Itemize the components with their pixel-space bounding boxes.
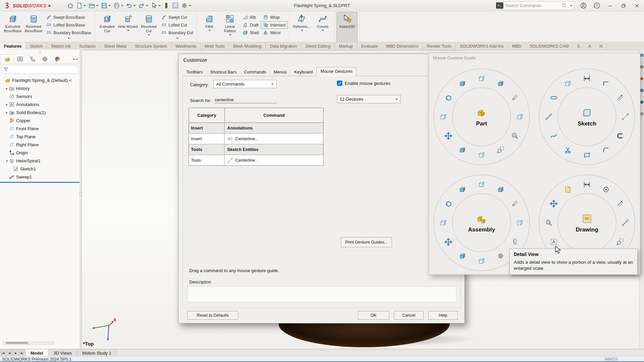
ribbon-tab-data-migration[interactable]: Data Migration xyxy=(266,42,301,50)
tree-item-sketch1[interactable]: Sketch1 xyxy=(0,165,80,173)
gesture-view-right-icon[interactable] xyxy=(516,113,524,121)
gesture-line-icon[interactable] xyxy=(545,113,553,121)
category-dropdown[interactable]: All Commands xyxy=(213,80,277,88)
lofted-boss-base-button[interactable]: Lofted Boss/Base xyxy=(44,21,93,29)
dialog-tab-keyboard[interactable]: Keyboard xyxy=(290,68,316,76)
account-icon[interactable] xyxy=(579,1,588,10)
ribbon-tab-direct-editing[interactable]: Direct Editing xyxy=(302,42,335,50)
gesture-view-nw-isometric-icon[interactable] xyxy=(458,80,466,88)
gesture-centerline-icon[interactable] xyxy=(621,219,629,227)
units-indicator[interactable]: MMGS xyxy=(605,357,618,362)
gesture-mate-icon[interactable] xyxy=(511,238,519,246)
gesture-pan-icon[interactable] xyxy=(550,200,558,208)
tree-item-helix-spiral1[interactable]: ▾Helix/Spiral1 xyxy=(0,157,80,165)
dialog-tab-commands[interactable]: Commands xyxy=(240,68,270,76)
tree-filter-field[interactable] xyxy=(2,65,78,74)
expand-arrow-icon[interactable]: ▸ xyxy=(5,111,9,114)
draft-button[interactable]: Draft xyxy=(240,21,261,29)
tree-item-sensors[interactable]: Sensors xyxy=(0,92,80,100)
tab-scroll-next-button[interactable]: ▶ xyxy=(13,349,19,357)
gesture-corner-rectangle-icon[interactable] xyxy=(602,80,610,88)
print-gesture-guides-button[interactable]: Print Gesture Guides... xyxy=(341,237,392,247)
tree-item-history[interactable]: ▸History xyxy=(0,84,80,92)
gesture-view-se-isometric-icon[interactable] xyxy=(458,146,466,154)
dialog-tab-toolbars[interactable]: Toolbars xyxy=(183,68,206,76)
gesture-rectangle-icon[interactable] xyxy=(583,151,591,159)
shell-button[interactable]: Shell xyxy=(240,29,261,37)
command-row-annotations[interactable]: InsertAnnotations xyxy=(189,123,323,134)
gesture-rotate-view-icon[interactable] xyxy=(444,200,452,208)
fm-tab-scroll-buttons[interactable]: ◂▸ xyxy=(72,54,80,63)
help-button[interactable]: Help xyxy=(428,311,458,320)
gesture-view-bottom-icon[interactable] xyxy=(478,257,486,265)
command-row-centerline[interactable]: InsertCenterline.. xyxy=(189,134,323,144)
gesture-view-nw-isometric-icon[interactable] xyxy=(458,186,466,194)
bottom-tab-model[interactable]: Model xyxy=(26,349,49,357)
gesture-zoom-to-area-icon[interactable] xyxy=(497,146,505,154)
ribbon-tab-mold-tools[interactable]: Mold Tools xyxy=(201,42,229,50)
panel-collapse-handle[interactable] xyxy=(0,50,80,54)
gesture-offset-entities-icon[interactable] xyxy=(616,94,624,102)
swept-cut-button[interactable]: Swept Cut xyxy=(159,13,195,21)
ribbon-tab-mbd-dimensions[interactable]: MBD Dimensions xyxy=(382,42,423,50)
linear-pattern-button[interactable]: Linear Pattern xyxy=(219,12,240,43)
gesture-appearance-icon[interactable] xyxy=(511,200,519,208)
cancel-button[interactable]: Cancel xyxy=(394,311,424,320)
tab-property-manager[interactable] xyxy=(14,54,26,63)
ribbon-tab-surfaces[interactable]: Surfaces xyxy=(75,42,100,50)
gesture-smart-dimension-icon[interactable] xyxy=(583,74,591,83)
gesture-rotate-view-icon[interactable] xyxy=(444,94,452,102)
bottom-tab-motion-study-1[interactable]: Motion Study 1 xyxy=(77,349,117,357)
help-icon[interactable]: ? xyxy=(592,1,601,10)
stack-flyout-caret[interactable] xyxy=(44,37,93,39)
ribbon-tab-a[interactable]: A xyxy=(584,42,595,50)
gesture-pan-icon[interactable] xyxy=(444,132,452,140)
gesture-sheet-format-icon[interactable] xyxy=(564,186,572,194)
gesture-spline-icon[interactable] xyxy=(550,132,558,140)
dialog-tab-mouse-gestures[interactable]: Mouse Gestures xyxy=(316,67,356,76)
gesture-view-front-icon[interactable] xyxy=(478,74,486,83)
search-for-input[interactable]: centerline xyxy=(215,95,277,103)
gesture-view-bottom-icon[interactable] xyxy=(478,151,486,159)
ribbon-tab-solidworks-cam[interactable]: SOLIDWORKS CAM xyxy=(526,42,573,50)
gesture-zoom-to-fit-icon[interactable] xyxy=(511,132,519,140)
extruded-boss-base-button[interactable]: Extruded Boss/Base xyxy=(2,12,23,43)
options-gear-button[interactable] xyxy=(180,1,192,10)
search-input[interactable]: Search Commands xyxy=(505,3,559,8)
instant3d-button[interactable]: Instant3D xyxy=(337,12,357,43)
revolved-cut-button[interactable]: Revolved Cut xyxy=(138,12,159,43)
revolved-boss-base-button[interactable]: Revolved Boss/Base xyxy=(23,12,44,43)
gesture-straight-slot-icon[interactable] xyxy=(550,94,558,102)
expand-arrow-icon[interactable]: ▸ xyxy=(5,103,9,106)
dialog-tab-shortcut-bars[interactable]: Shortcut Bars xyxy=(206,68,240,76)
gesture-view-se-isometric-icon[interactable] xyxy=(458,252,466,260)
gesture-centerline-icon[interactable] xyxy=(621,113,629,121)
select-button[interactable] xyxy=(149,1,162,10)
swept-boss-base-button[interactable]: Swept Boss/Base xyxy=(44,13,93,21)
gesture-view-isometric-icon[interactable] xyxy=(497,80,505,88)
command-row-sketch-entities[interactable]: ToolsSketch Entities xyxy=(189,144,323,155)
expand-arrow-icon[interactable]: ▾ xyxy=(5,159,9,163)
tree-item-origin[interactable]: Origin xyxy=(0,149,80,157)
open-button[interactable] xyxy=(87,1,100,10)
gesture-zoom-to-fit-icon[interactable] xyxy=(545,219,553,227)
ribbon-tab-weldments[interactable]: Weldments xyxy=(171,42,201,50)
search-icon[interactable] xyxy=(561,3,567,8)
referenc-button[interactable]: Referenc... xyxy=(291,12,312,43)
gesture-sketch-fillet-icon[interactable] xyxy=(602,146,610,154)
redo-button[interactable] xyxy=(137,1,149,10)
intersect-button[interactable]: Intersect xyxy=(261,21,288,29)
menu-flyout-arrow-icon[interactable]: ▶ xyxy=(49,4,51,7)
ribbon-tab-solidworks-add-ins[interactable]: SOLIDWORKS Add-Ins xyxy=(456,42,508,50)
restore-button[interactable] xyxy=(619,1,628,10)
print-button[interactable] xyxy=(112,1,125,10)
gesture-view-isometric-icon[interactable] xyxy=(497,186,505,194)
bottom-tab-3d-views[interactable]: 3D Views xyxy=(49,349,78,357)
gesture-dynamic-mirror-icon[interactable] xyxy=(616,132,624,140)
fillet-button[interactable]: Fillet xyxy=(199,12,219,43)
tree-item-front-plane[interactable]: Front Plane xyxy=(0,124,80,133)
gesture-view-front-icon[interactable] xyxy=(478,180,486,189)
rollback-bar[interactable] xyxy=(0,182,80,183)
expand-arrow-icon[interactable]: ▸ xyxy=(5,87,9,90)
home-button[interactable] xyxy=(66,1,75,10)
